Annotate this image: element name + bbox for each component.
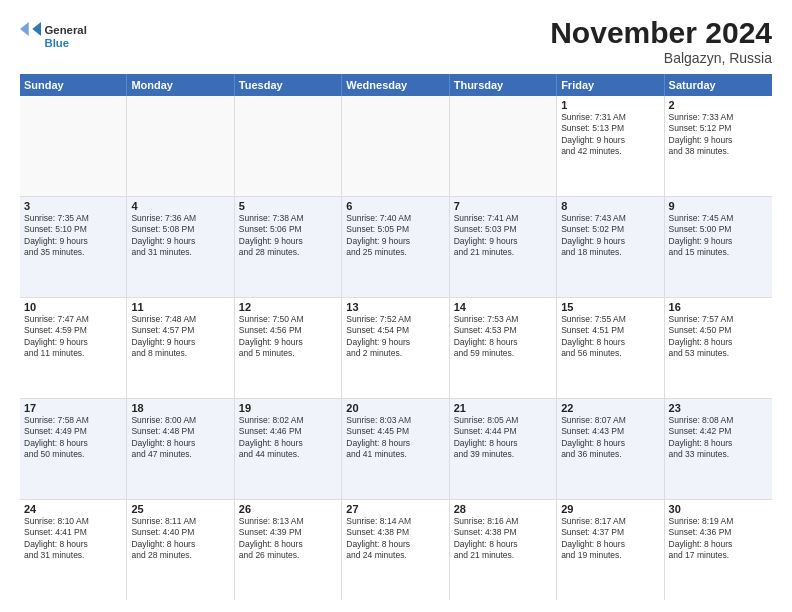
header-wednesday: Wednesday: [342, 74, 449, 96]
header-thursday: Thursday: [450, 74, 557, 96]
day-number: 20: [346, 402, 444, 414]
cal-cell: 6Sunrise: 7:40 AM Sunset: 5:05 PM Daylig…: [342, 197, 449, 297]
day-number: 30: [669, 503, 768, 515]
day-number: 3: [24, 200, 122, 212]
header-sunday: Sunday: [20, 74, 127, 96]
day-number: 4: [131, 200, 229, 212]
logo: General Blue: [20, 16, 90, 56]
calendar: SundayMondayTuesdayWednesdayThursdayFrid…: [20, 74, 772, 600]
cal-cell: 16Sunrise: 7:57 AM Sunset: 4:50 PM Dayli…: [665, 298, 772, 398]
day-number: 14: [454, 301, 552, 313]
day-number: 24: [24, 503, 122, 515]
cal-cell: 3Sunrise: 7:35 AM Sunset: 5:10 PM Daylig…: [20, 197, 127, 297]
week-row-4: 17Sunrise: 7:58 AM Sunset: 4:49 PM Dayli…: [20, 399, 772, 500]
week-row-5: 24Sunrise: 8:10 AM Sunset: 4:41 PM Dayli…: [20, 500, 772, 600]
svg-marker-3: [20, 22, 29, 36]
day-number: 1: [561, 99, 659, 111]
cal-cell: 9Sunrise: 7:45 AM Sunset: 5:00 PM Daylig…: [665, 197, 772, 297]
day-number: 9: [669, 200, 768, 212]
day-number: 15: [561, 301, 659, 313]
day-info: Sunrise: 7:38 AM Sunset: 5:06 PM Dayligh…: [239, 213, 337, 259]
svg-text:Blue: Blue: [45, 37, 70, 49]
day-info: Sunrise: 7:53 AM Sunset: 4:53 PM Dayligh…: [454, 314, 552, 360]
day-number: 29: [561, 503, 659, 515]
cal-cell: [20, 96, 127, 196]
cal-cell: 2Sunrise: 7:33 AM Sunset: 5:12 PM Daylig…: [665, 96, 772, 196]
header-monday: Monday: [127, 74, 234, 96]
cal-cell: 14Sunrise: 7:53 AM Sunset: 4:53 PM Dayli…: [450, 298, 557, 398]
day-info: Sunrise: 7:45 AM Sunset: 5:00 PM Dayligh…: [669, 213, 768, 259]
cal-cell: 22Sunrise: 8:07 AM Sunset: 4:43 PM Dayli…: [557, 399, 664, 499]
week-row-1: 1Sunrise: 7:31 AM Sunset: 5:13 PM Daylig…: [20, 96, 772, 197]
cal-cell: 20Sunrise: 8:03 AM Sunset: 4:45 PM Dayli…: [342, 399, 449, 499]
day-info: Sunrise: 8:13 AM Sunset: 4:39 PM Dayligh…: [239, 516, 337, 562]
day-number: 19: [239, 402, 337, 414]
cal-cell: 12Sunrise: 7:50 AM Sunset: 4:56 PM Dayli…: [235, 298, 342, 398]
day-info: Sunrise: 8:16 AM Sunset: 4:38 PM Dayligh…: [454, 516, 552, 562]
day-info: Sunrise: 7:31 AM Sunset: 5:13 PM Dayligh…: [561, 112, 659, 158]
day-number: 18: [131, 402, 229, 414]
day-info: Sunrise: 7:33 AM Sunset: 5:12 PM Dayligh…: [669, 112, 768, 158]
day-info: Sunrise: 7:58 AM Sunset: 4:49 PM Dayligh…: [24, 415, 122, 461]
header-saturday: Saturday: [665, 74, 772, 96]
location: Balgazyn, Russia: [550, 50, 772, 66]
cal-cell: 24Sunrise: 8:10 AM Sunset: 4:41 PM Dayli…: [20, 500, 127, 600]
day-info: Sunrise: 7:57 AM Sunset: 4:50 PM Dayligh…: [669, 314, 768, 360]
week-row-2: 3Sunrise: 7:35 AM Sunset: 5:10 PM Daylig…: [20, 197, 772, 298]
day-number: 21: [454, 402, 552, 414]
day-number: 23: [669, 402, 768, 414]
day-info: Sunrise: 8:08 AM Sunset: 4:42 PM Dayligh…: [669, 415, 768, 461]
day-info: Sunrise: 7:55 AM Sunset: 4:51 PM Dayligh…: [561, 314, 659, 360]
cal-cell: [450, 96, 557, 196]
cal-cell: 29Sunrise: 8:17 AM Sunset: 4:37 PM Dayli…: [557, 500, 664, 600]
day-info: Sunrise: 7:50 AM Sunset: 4:56 PM Dayligh…: [239, 314, 337, 360]
day-info: Sunrise: 7:36 AM Sunset: 5:08 PM Dayligh…: [131, 213, 229, 259]
day-info: Sunrise: 7:48 AM Sunset: 4:57 PM Dayligh…: [131, 314, 229, 360]
cal-cell: 21Sunrise: 8:05 AM Sunset: 4:44 PM Dayli…: [450, 399, 557, 499]
day-number: 5: [239, 200, 337, 212]
day-info: Sunrise: 8:17 AM Sunset: 4:37 PM Dayligh…: [561, 516, 659, 562]
cal-cell: 13Sunrise: 7:52 AM Sunset: 4:54 PM Dayli…: [342, 298, 449, 398]
page-header: General Blue November 2024 Balgazyn, Rus…: [20, 16, 772, 66]
day-info: Sunrise: 7:52 AM Sunset: 4:54 PM Dayligh…: [346, 314, 444, 360]
day-number: 22: [561, 402, 659, 414]
day-info: Sunrise: 7:41 AM Sunset: 5:03 PM Dayligh…: [454, 213, 552, 259]
cal-cell: [235, 96, 342, 196]
day-number: 6: [346, 200, 444, 212]
day-info: Sunrise: 8:05 AM Sunset: 4:44 PM Dayligh…: [454, 415, 552, 461]
svg-text:General: General: [45, 24, 87, 36]
cal-cell: 5Sunrise: 7:38 AM Sunset: 5:06 PM Daylig…: [235, 197, 342, 297]
header-tuesday: Tuesday: [235, 74, 342, 96]
cal-cell: 27Sunrise: 8:14 AM Sunset: 4:38 PM Dayli…: [342, 500, 449, 600]
day-info: Sunrise: 7:47 AM Sunset: 4:59 PM Dayligh…: [24, 314, 122, 360]
day-info: Sunrise: 8:14 AM Sunset: 4:38 PM Dayligh…: [346, 516, 444, 562]
cal-cell: 11Sunrise: 7:48 AM Sunset: 4:57 PM Dayli…: [127, 298, 234, 398]
cal-cell: 17Sunrise: 7:58 AM Sunset: 4:49 PM Dayli…: [20, 399, 127, 499]
day-number: 12: [239, 301, 337, 313]
cal-cell: 26Sunrise: 8:13 AM Sunset: 4:39 PM Dayli…: [235, 500, 342, 600]
day-number: 11: [131, 301, 229, 313]
day-info: Sunrise: 8:11 AM Sunset: 4:40 PM Dayligh…: [131, 516, 229, 562]
cal-cell: 19Sunrise: 8:02 AM Sunset: 4:46 PM Dayli…: [235, 399, 342, 499]
cal-cell: 23Sunrise: 8:08 AM Sunset: 4:42 PM Dayli…: [665, 399, 772, 499]
cal-cell: 7Sunrise: 7:41 AM Sunset: 5:03 PM Daylig…: [450, 197, 557, 297]
day-info: Sunrise: 8:19 AM Sunset: 4:36 PM Dayligh…: [669, 516, 768, 562]
day-info: Sunrise: 7:43 AM Sunset: 5:02 PM Dayligh…: [561, 213, 659, 259]
day-info: Sunrise: 8:00 AM Sunset: 4:48 PM Dayligh…: [131, 415, 229, 461]
day-info: Sunrise: 8:02 AM Sunset: 4:46 PM Dayligh…: [239, 415, 337, 461]
day-number: 27: [346, 503, 444, 515]
header-friday: Friday: [557, 74, 664, 96]
day-number: 17: [24, 402, 122, 414]
day-number: 10: [24, 301, 122, 313]
day-info: Sunrise: 8:10 AM Sunset: 4:41 PM Dayligh…: [24, 516, 122, 562]
day-info: Sunrise: 8:03 AM Sunset: 4:45 PM Dayligh…: [346, 415, 444, 461]
cal-cell: 30Sunrise: 8:19 AM Sunset: 4:36 PM Dayli…: [665, 500, 772, 600]
cal-cell: [127, 96, 234, 196]
cal-cell: 15Sunrise: 7:55 AM Sunset: 4:51 PM Dayli…: [557, 298, 664, 398]
logo-svg: General Blue: [20, 16, 90, 56]
calendar-body: 1Sunrise: 7:31 AM Sunset: 5:13 PM Daylig…: [20, 96, 772, 600]
day-info: Sunrise: 7:35 AM Sunset: 5:10 PM Dayligh…: [24, 213, 122, 259]
cal-cell: 10Sunrise: 7:47 AM Sunset: 4:59 PM Dayli…: [20, 298, 127, 398]
day-number: 7: [454, 200, 552, 212]
cal-cell: 8Sunrise: 7:43 AM Sunset: 5:02 PM Daylig…: [557, 197, 664, 297]
